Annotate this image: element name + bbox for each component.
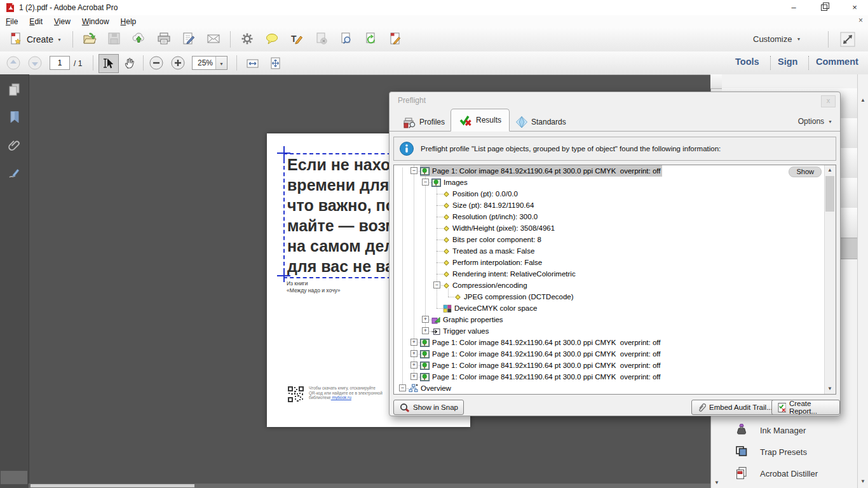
edit-text-button[interactable]: T [288,31,305,48]
expand-icon[interactable]: + [422,316,429,323]
tree-item-label[interactable]: Images [442,179,469,186]
tree-item[interactable]: JPEG compression (DCTDecode) [454,291,575,302]
tree-item[interactable]: Bits per color component: 8 [443,234,543,245]
tree-item-label[interactable]: Page 1: Color image 841.92x1190.64 pt 30… [431,339,662,346]
tree-item-label[interactable]: Page 1: Color image 841.92x1190.64 pt 30… [431,167,662,175]
tree-item[interactable]: Images [431,177,469,188]
tree-item[interactable]: Page 1: Color image 841.92x1190.64 pt 30… [420,360,662,371]
minimize-button[interactable]: – [783,0,804,15]
select-tool-button[interactable] [98,54,119,73]
fit-width-button[interactable] [243,54,263,73]
tree-item-label[interactable]: Position (pt): 0.0/0.0 [451,190,519,198]
tree-scrollbar[interactable]: ▲ ▼ [824,165,836,394]
sidebar-bottom-button[interactable] [1,471,27,484]
tree-item[interactable]: Compression/encoding [443,280,529,291]
tree-item[interactable]: Page 1: Color image 841.92x1190.64 pt 30… [420,348,662,360]
tree-item[interactable]: Trigger values [431,325,490,337]
tree-item[interactable]: Page 1: Color image 841.92x1190.64 pt 30… [420,371,662,383]
menu-edit[interactable]: Edit [24,17,48,26]
attachments-button[interactable] [7,138,22,154]
panel-item-acrobat-distiller[interactable]: Acrobat Distiller [722,463,857,484]
signatures-button[interactable] [7,166,22,182]
embed-audit-trail-button[interactable]: Embed Audit Trail... [691,400,778,415]
panel-item-ink-manager[interactable]: Ink Manager [722,419,857,441]
save-file-button[interactable] [106,31,123,48]
tree-item[interactable]: Position (pt): 0.0/0.0 [443,188,519,200]
zoom-in-button[interactable] [170,55,186,73]
create-button[interactable]: Create ▼ [6,30,64,49]
expand-icon[interactable]: + [410,373,417,380]
tree-item[interactable]: Page 1: Color image 841.92x1190.64 pt 30… [420,337,662,348]
tree-item-label[interactable]: Overview [419,384,452,392]
search-document-button[interactable] [338,31,355,48]
export-page-button[interactable] [363,31,379,48]
fit-page-button[interactable] [266,54,286,73]
tree-item[interactable]: Size (pt): 841.92/1190.64 [443,200,535,211]
page-thumbnails-button[interactable] [7,82,22,98]
sign-pane-button[interactable]: Sign [778,57,797,67]
panel-item-trap-presets[interactable]: Trap Presets [722,441,857,463]
collapse-icon[interactable]: − [433,281,440,288]
email-button[interactable] [205,31,222,48]
hand-tool-button[interactable] [120,54,140,73]
footnote-link[interactable]: mybook.ru [331,395,351,400]
tree-item-label[interactable]: DeviceCMYK color space [453,304,538,312]
print-button[interactable] [156,31,172,48]
tree-item[interactable]: Overview [409,383,452,394]
horizontal-scrollbar[interactable] [29,484,710,488]
expand-icon[interactable]: + [422,327,429,334]
tree-item-label[interactable]: Rendering intent: RelativeColorimetric [451,270,577,278]
collapse-icon[interactable]: − [410,167,417,174]
zoom-out-button[interactable] [148,55,165,73]
sign-document-button[interactable] [180,31,197,48]
fullscreen-toggle-button[interactable] [840,32,855,49]
panel-scrollbar[interactable]: ▲ ▼ [857,74,868,488]
tree-item[interactable]: Resolution (pt/inch): 300.0 [443,211,539,222]
show-in-snap-button[interactable]: Show in Snap [393,400,464,415]
comment-bubble-button[interactable] [264,31,280,48]
tree-item-label[interactable]: Bits per color component: 8 [451,236,543,243]
tree-item[interactable]: Width/Height (pixel): 3508/4961 [443,222,556,234]
tree-item-label[interactable]: Size (pt): 841.92/1190.64 [451,201,535,209]
tree-item-label[interactable]: Compression/encoding [451,281,529,289]
expand-icon[interactable]: + [410,350,417,357]
tree-item-label[interactable]: Treated as a mask: False [451,247,536,255]
tree-item-label[interactable]: Page 1: Color image 841.92x1190.64 pt 30… [431,362,662,369]
tree-scrollbar-thumb[interactable] [825,176,834,212]
tab-results[interactable]: Results [451,109,510,132]
bookmarks-button[interactable] [7,110,22,126]
tab-standards[interactable]: Standards [508,112,574,132]
fill-sign-button[interactable] [388,31,404,48]
zoom-dropdown-icon[interactable]: ▼ [215,57,227,69]
tree-scroll-up-icon[interactable]: ▲ [825,165,835,175]
options-button[interactable]: Options ▼ [798,117,832,126]
expand-icon[interactable]: + [410,339,417,346]
tree-item-label[interactable]: Resolution (pt/inch): 300.0 [451,213,539,220]
expand-icon[interactable]: + [410,362,417,369]
zoom-level-select[interactable]: 25% ▼ [192,56,227,70]
show-button[interactable]: Show [789,166,822,177]
collapse-icon[interactable]: − [399,384,406,391]
comment-pane-button[interactable]: Comment [816,57,858,67]
tree-item-label[interactable]: JPEG compression (DCTDecode) [463,293,575,301]
tab-profiles[interactable]: Profiles [396,112,452,132]
customize-button[interactable]: Customize ▼ [753,34,801,44]
delete-page-button[interactable] [313,31,330,48]
tree-item[interactable]: Graphic properties [431,314,505,325]
menu-file[interactable]: File [0,17,24,26]
next-page-button[interactable] [27,55,43,73]
page-number-input[interactable] [50,56,70,70]
menu-window[interactable]: Window [76,17,115,26]
tree-item[interactable]: Perform interpolation: False [443,257,543,268]
close-document-icon[interactable]: × [858,16,863,25]
restore-button[interactable] [813,0,835,15]
tree-item[interactable]: DeviceCMYK color space [443,302,538,314]
tree-item-label[interactable]: Page 1: Color image 841.92x1190.64 pt 30… [431,373,662,381]
menu-view[interactable]: View [48,17,76,26]
scroll-down-icon[interactable]: ▼ [711,478,722,488]
tree-item-label[interactable]: Perform interpolation: False [451,259,543,266]
tree-scroll-down-icon[interactable]: ▼ [825,384,835,394]
tree-item-label[interactable]: Width/Height (pixel): 3508/4961 [451,224,556,232]
settings-gear-button[interactable] [239,31,255,48]
tree-item[interactable]: Page 1: Color image 841.92x1190.64 pt 30… [420,165,662,177]
